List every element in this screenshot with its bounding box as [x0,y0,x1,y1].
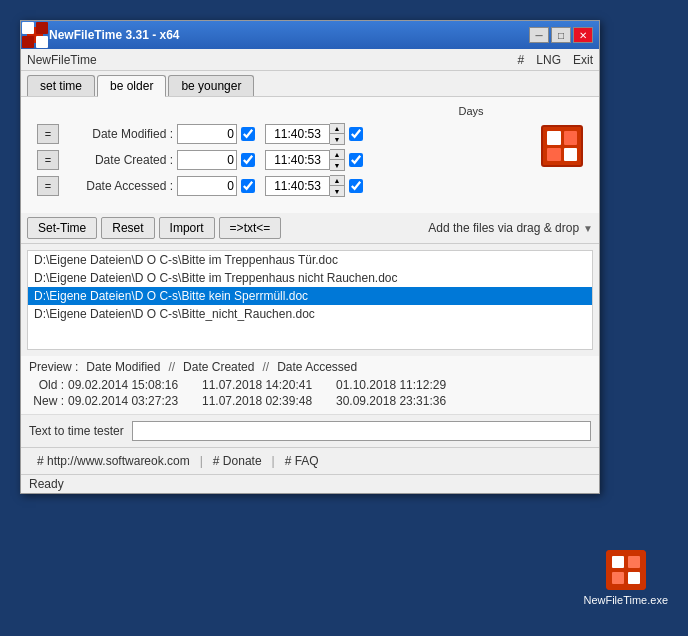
content-area: Days = Date Modified : ▲ [21,97,599,213]
preview-new-modified: 09.02.2014 03:27:23 [68,394,198,408]
menu-newfiletime[interactable]: NewFileTime [27,53,97,67]
footer-link-faq[interactable]: # FAQ [277,452,327,470]
spinner-created: ▲ ▼ [330,149,345,171]
footer-divider-1: | [200,454,203,468]
days-created-input[interactable] [177,150,237,170]
time-created-group: ▲ ▼ [265,149,345,171]
preview-date-created-header: Date Created [183,360,254,374]
title-bar: NewFileTime 3.31 - x64 ─ □ ✕ [21,21,599,49]
list-item[interactable]: D:\Eigene Dateien\D O C-s\Bitte_nicht_Ra… [28,305,592,323]
check-modified-2[interactable] [349,127,363,141]
main-window: NewFileTime 3.31 - x64 ─ □ ✕ NewFileTime… [20,20,600,494]
spinner-accessed: ▲ ▼ [330,175,345,197]
spin-created-up[interactable]: ▲ [330,150,344,160]
preview-new-accessed: 30.09.2018 23:31:36 [336,394,466,408]
preview-old-row: Old : 09.02.2014 15:08:16 11.07.2018 14:… [29,378,591,392]
tab-be-younger[interactable]: be younger [168,75,254,96]
spin-modified-up[interactable]: ▲ [330,124,344,134]
date-modified-row: = Date Modified : ▲ ▼ [37,123,533,145]
menu-exit[interactable]: Exit [573,53,593,67]
menu-lng[interactable]: LNG [536,53,561,67]
footer-link-website[interactable]: # http://www.softwareok.com [29,452,198,470]
logo-cell-4 [564,148,578,162]
footer-divider-2: | [272,454,275,468]
footer-links: # http://www.softwareok.com | # Donate |… [21,447,599,474]
spin-modified-down[interactable]: ▼ [330,134,344,144]
preview-new-row: New : 09.02.2014 03:27:23 11.07.2018 02:… [29,394,591,408]
check-created-2[interactable] [349,153,363,167]
list-item-selected[interactable]: D:\Eigene Dateien\D O C-s\Bitte kein Spe… [28,287,592,305]
import-button[interactable]: Import [159,217,215,239]
menu-right: # LNG Exit [518,53,593,67]
toolbar: Set-Time Reset Import =>txt<= Add the fi… [21,213,599,244]
date-accessed-row: = Date Accessed : ▲ ▼ [37,175,533,197]
logo-cell-1 [547,131,561,145]
check-modified-1[interactable] [241,127,255,141]
tab-bar: set time be older be younger [21,71,599,97]
preview-date-modified-header: Date Modified [86,360,160,374]
text-tester-label: Text to time tester [29,424,124,438]
logo-cell-3 [547,148,561,162]
preview-old-created: 11.07.2018 14:20:41 [202,378,332,392]
preview-new-created: 11.07.2018 02:39:48 [202,394,332,408]
menu-bar: NewFileTime # LNG Exit [21,49,599,71]
spin-accessed-down[interactable]: ▼ [330,186,344,196]
days-header: Days [29,105,591,117]
dropdown-arrow-icon[interactable]: ▼ [583,223,593,234]
menu-hash[interactable]: # [518,53,525,67]
time-modified-input[interactable] [265,124,330,144]
check-accessed-1[interactable] [241,179,255,193]
preview-section: Preview : Date Modified // Date Created … [21,356,599,414]
check-accessed-2[interactable] [349,179,363,193]
set-time-button[interactable]: Set-Time [27,217,97,239]
preview-old-modified: 09.02.2014 15:08:16 [68,378,198,392]
list-item[interactable]: D:\Eigene Dateien\D O C-s\Bitte im Trepp… [28,269,592,287]
convert-button[interactable]: =>txt<= [219,217,282,239]
logo-cell-2 [564,131,578,145]
eq-created-button[interactable]: = [37,150,59,170]
drag-drop-label: Add the files via drag & drop [428,221,579,235]
exe-icon[interactable]: NewFileTime.exe [583,550,668,606]
tab-be-older[interactable]: be older [97,75,166,97]
preview-new-label: New : [29,394,64,408]
footer-link-donate[interactable]: # Donate [205,452,270,470]
days-label: Days [441,105,501,117]
tab-set-time[interactable]: set time [27,75,95,96]
drag-drop-area[interactable]: Add the files via drag & drop ▼ [428,221,593,235]
rows-section: = Date Modified : ▲ ▼ [29,119,591,205]
time-accessed-group: ▲ ▼ [265,175,345,197]
time-modified-group: ▲ ▼ [265,123,345,145]
status-text: Ready [29,477,64,491]
rows-inner: = Date Modified : ▲ ▼ [37,123,533,201]
status-bar: Ready [21,474,599,493]
close-button[interactable]: ✕ [573,27,593,43]
check-created-1[interactable] [241,153,255,167]
spinner-modified: ▲ ▼ [330,123,345,145]
preview-old-label: Old : [29,378,64,392]
window-title: NewFileTime 3.31 - x64 [49,28,529,42]
exe-icon-label: NewFileTime.exe [583,594,668,606]
days-modified-input[interactable] [177,124,237,144]
spin-accessed-up[interactable]: ▲ [330,176,344,186]
preview-date-accessed-header: Date Accessed [277,360,357,374]
maximize-button[interactable]: □ [551,27,571,43]
reset-button[interactable]: Reset [101,217,154,239]
date-created-row: = Date Created : ▲ ▼ [37,149,533,171]
spin-created-down[interactable]: ▼ [330,160,344,170]
list-item[interactable]: D:\Eigene Dateien\D O C-s\Bitte im Trepp… [28,251,592,269]
date-accessed-label: Date Accessed : [63,179,173,193]
logo-right [541,125,583,167]
days-accessed-input[interactable] [177,176,237,196]
preview-old-accessed: 01.10.2018 11:12:29 [336,378,466,392]
time-created-input[interactable] [265,150,330,170]
date-created-label: Date Created : [63,153,173,167]
eq-modified-button[interactable]: = [37,124,59,144]
preview-label: Preview : [29,360,78,374]
time-accessed-input[interactable] [265,176,330,196]
text-tester-input[interactable] [132,421,591,441]
preview-header: Preview : Date Modified // Date Created … [29,360,591,374]
minimize-button[interactable]: ─ [529,27,549,43]
preview-divider-1: // [168,360,175,374]
app-icon [27,27,43,43]
eq-accessed-button[interactable]: = [37,176,59,196]
